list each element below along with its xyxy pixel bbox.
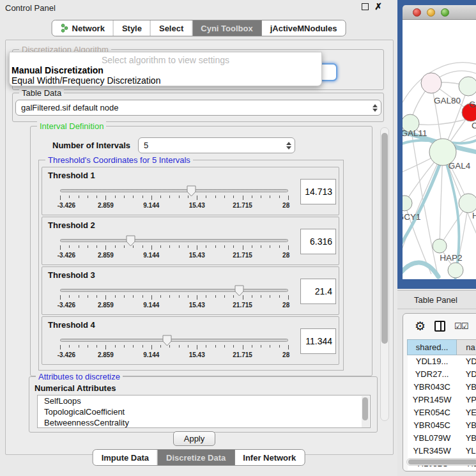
slider-tick-labels: -3.4262.8599.14415.4321.71528: [60, 202, 288, 210]
close-icon[interactable]: ✗: [374, 3, 382, 10]
window-title: Control Panel: [0, 3, 56, 13]
attribute-list-item[interactable]: TopologicalCoefficient: [38, 406, 370, 417]
slider-track[interactable]: [60, 239, 288, 242]
threshold-panel-4: Threshold 4-3.4262.8599.14415.4321.71528…: [42, 316, 339, 365]
checkbox-icons[interactable]: ☑☑: [454, 321, 468, 331]
number-of-intervals-combobox[interactable]: 5: [138, 137, 295, 153]
tab-network[interactable]: Network: [52, 20, 114, 36]
node-label: GAL4: [449, 161, 471, 171]
threshold-value-field[interactable]: 6.316: [300, 229, 336, 254]
threshold-label: Threshold 3: [48, 270, 95, 280]
page: Control Panel ✗ NetworkStyleSelectCyni T…: [0, 0, 476, 476]
tab-jactivemnodules[interactable]: jActiveMNodules: [262, 20, 346, 36]
node-label: GCY1: [403, 212, 420, 222]
table-row[interactable]: YPR145WYPR1: [408, 394, 476, 406]
settings-scrollbar[interactable]: [380, 127, 389, 421]
attributes-group: Attributes to discretize Numerical Attri…: [29, 376, 378, 433]
spinner-arrows-icon: [372, 104, 378, 112]
table-row[interactable]: YBR043CYBR0: [408, 381, 476, 394]
minimize-traffic-light-icon[interactable]: [427, 8, 435, 17]
network-node[interactable]: [459, 194, 476, 213]
network-window: GAL80GACGAL11GAL4GCY1HHAP2: [397, 0, 476, 289]
tab-style[interactable]: Style: [114, 20, 151, 36]
node-label: H: [472, 211, 476, 220]
control-panel: Control Panel ✗ NetworkStyleSelectCyni T…: [0, 0, 397, 476]
zoom-traffic-light-icon[interactable]: [441, 8, 449, 17]
cyni-toolbox-panel: Discretization Algorithm Select algorith…: [5, 40, 394, 455]
table-row[interactable]: YDR27...YDR2: [408, 368, 476, 381]
numerical-attributes-list[interactable]: SelfLoopsTopologicalCoefficientBetweenne…: [37, 395, 371, 428]
column-header-shared[interactable]: shared...: [408, 340, 457, 355]
threshold-panel-2: Threshold 2-3.4262.8599.14415.4321.71528…: [42, 217, 339, 265]
settings-scroll-area: Interval Definition Number of Intervals …: [10, 122, 390, 430]
network-graph[interactable]: GAL80GACGAL11GAL4GCY1HHAP2: [403, 20, 476, 279]
slider-track[interactable]: [60, 189, 288, 192]
tab-select[interactable]: Select: [151, 20, 192, 36]
network-node[interactable]: [448, 263, 463, 278]
tab-infer-network[interactable]: Infer Network: [234, 450, 304, 465]
threshold-label: Threshold 4: [48, 320, 95, 330]
interval-definition-group: Interval Definition Number of Intervals …: [30, 126, 372, 376]
slider-ticks: [60, 345, 288, 350]
float-icon[interactable]: [362, 3, 369, 10]
slider-ticks: [60, 245, 288, 250]
attributes-group-title: Attributes to discretize: [36, 372, 123, 381]
network-node[interactable]: [459, 77, 476, 96]
network-icon: [61, 24, 69, 33]
node-label: GA: [469, 100, 476, 109]
table-panel-title: Table Panel: [397, 295, 457, 305]
network-canvas[interactable]: GAL80GACGAL11GAL4GCY1HHAP2: [403, 20, 476, 279]
number-of-intervals-label: Number of Intervals: [52, 141, 130, 150]
table-row[interactable]: YBR045CYBR0: [408, 419, 476, 432]
threshold-value-field[interactable]: 11.344: [300, 328, 336, 354]
slider-track[interactable]: [60, 289, 288, 292]
threshold-panel-3: Threshold 3-3.4262.8599.14415.4321.71528…: [42, 266, 339, 315]
table-row[interactable]: YBL079WYBL0: [408, 432, 476, 445]
numerical-attributes-label: Numerical Attributes: [35, 383, 116, 393]
scrollbar-thumb[interactable]: [408, 459, 476, 464]
algorithm-option[interactable]: Manual Discretization: [12, 65, 104, 75]
table-data-value: galFiltered.sif default node: [21, 103, 118, 112]
node-table: shared... na YDL19...YDL1YDR27...YDR2YBR…: [407, 339, 476, 470]
table-data-group-title: Table Data: [19, 88, 64, 98]
number-of-intervals-value: 5: [144, 141, 148, 150]
close-traffic-light-icon[interactable]: [413, 8, 421, 17]
threshold-label: Threshold 2: [48, 220, 95, 230]
algorithm-option[interactable]: Equal Width/Frequency Discretization: [12, 75, 160, 86]
threshold-label: Threshold 1: [48, 171, 95, 180]
slider-track[interactable]: [60, 339, 288, 342]
column-header-name[interactable]: na: [457, 340, 476, 355]
threshold-value-field[interactable]: 14.713: [300, 179, 336, 204]
top-tab-bar: NetworkStyleSelectCyni ToolboxjActiveMNo…: [52, 20, 346, 36]
table-row[interactable]: YER054CYER0: [408, 406, 476, 419]
split-columns-icon[interactable]: [434, 321, 445, 332]
threshold-value-field[interactable]: 21.4: [300, 279, 336, 304]
table-toolbar: ⚙ ☑☑: [403, 314, 476, 338]
control-panel-titlebar: Control Panel ✗: [0, 0, 397, 15]
tab-discretize-data[interactable]: Discretize Data: [158, 450, 234, 465]
table-panel-card: ⚙ ☑☑ shared... na YDL19...YDL1YDR27...YD…: [403, 313, 476, 472]
table-row[interactable]: YDL19...YDL1: [408, 355, 476, 368]
thresholds-group: Threshold's Coordinates for 5 Intervals …: [38, 160, 344, 371]
slider-tick-labels: -3.4262.8599.14415.4321.71528: [60, 252, 288, 259]
gear-icon[interactable]: ⚙: [415, 320, 426, 332]
tab-cyni-toolbox[interactable]: Cyni Toolbox: [192, 20, 261, 36]
attribute-list-item[interactable]: SelfLoops: [38, 395, 370, 406]
table-horizontal-scrollbar[interactable]: [406, 458, 476, 466]
network-node[interactable]: [421, 73, 441, 93]
network-node[interactable]: [403, 196, 412, 211]
table-row[interactable]: YLR345WYLR3: [408, 445, 476, 457]
scrollbar-thumb[interactable]: [381, 133, 388, 344]
algorithm-popup-prompt: Select algorithm to view settings: [10, 55, 321, 65]
threshold-panel-1: Threshold 1-3.4262.8599.14415.4321.71528…: [42, 167, 339, 215]
attribute-list-scrollbar[interactable]: [362, 396, 369, 428]
algorithm-popup: Select algorithm to view settings Manual…: [9, 52, 322, 86]
network-window-titlebar[interactable]: [403, 5, 476, 20]
apply-button[interactable]: Apply: [173, 431, 215, 446]
attribute-list-item[interactable]: BetweennessCentrality: [38, 417, 370, 428]
thresholds-group-title: Threshold's Coordinates for 5 Intervals: [45, 155, 193, 165]
table-data-combobox[interactable]: galFiltered.sif default node: [15, 100, 381, 116]
slider-ticks: [60, 295, 288, 300]
network-node[interactable]: [433, 239, 447, 253]
tab-impute-data[interactable]: Impute Data: [93, 450, 158, 465]
